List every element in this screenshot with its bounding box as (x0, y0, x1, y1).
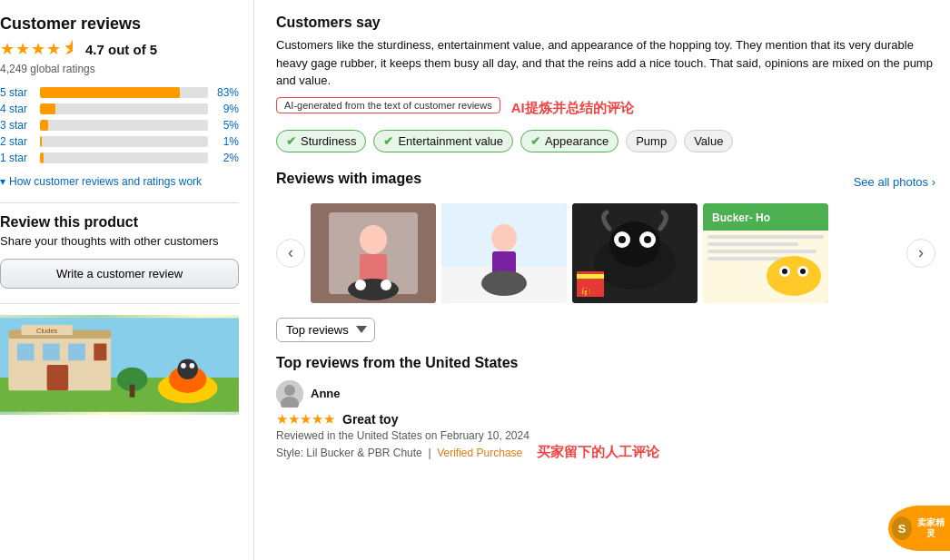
review-meta: Reviewed in the United States on Februar… (276, 429, 935, 442)
bar-label[interactable]: 2 star (0, 135, 35, 148)
review-image-1[interactable] (311, 203, 436, 303)
svg-text:Cludes: Cludes (36, 327, 58, 335)
star-5-half: ⯨ (62, 39, 78, 59)
topic-tag[interactable]: Pump (626, 130, 677, 152)
overall-stars: ★ ★ ★ ★ ⯨ (0, 39, 78, 59)
product-image: Cludes (0, 315, 239, 415)
seller-badge-icon: S (892, 516, 912, 540)
rev-star-1: ★ (276, 411, 288, 427)
svg-point-47 (767, 256, 821, 296)
top-reviews-title: Top reviews from the United States (276, 355, 935, 371)
see-all-photos-link[interactable]: See all photos › (854, 175, 935, 189)
svg-point-53 (284, 385, 295, 396)
svg-point-27 (491, 224, 517, 251)
svg-point-16 (181, 363, 186, 368)
tag-label: Entertainment value (398, 134, 503, 148)
review-image-3[interactable]: 🎁 (572, 203, 698, 303)
star-1: ★ (0, 39, 15, 59)
rating-value: 4.7 out of 5 (85, 42, 157, 57)
svg-point-50 (782, 269, 787, 274)
image-carousel: ‹ (276, 203, 935, 303)
review-image-2[interactable] (441, 203, 567, 303)
topic-tag[interactable]: ✔Appearance (520, 130, 618, 152)
bar-track (40, 103, 208, 114)
reviewer-row: Anne (276, 380, 935, 408)
star-3: ★ (31, 39, 45, 59)
review-img-1-svg (311, 203, 436, 303)
ai-label: AI提炼并总结的评论 (511, 100, 634, 117)
svg-point-35 (618, 236, 626, 243)
avatar-svg (276, 380, 303, 408)
tag-label: Sturdiness (301, 134, 356, 148)
bar-pct[interactable]: 9% (213, 103, 239, 115)
review-img-2-svg (441, 203, 567, 303)
rev-star-5: ★ (323, 411, 335, 427)
overall-rating-row: ★ ★ ★ ★ ⯨ 4.7 out of 5 (0, 39, 239, 59)
reviews-images-header: Reviews with images See all photos › (276, 171, 935, 194)
svg-rect-43 (708, 235, 824, 239)
carousel-next-button[interactable]: › (906, 239, 935, 268)
svg-rect-45 (708, 250, 816, 253)
svg-point-15 (177, 359, 198, 379)
tag-row: ✔Sturdiness✔Entertainment value✔Appearan… (276, 130, 935, 152)
topic-tag[interactable]: ✔Entertainment value (373, 130, 513, 152)
tag-label: Pump (636, 134, 667, 148)
review-title: Great toy (342, 412, 398, 427)
bar-pct[interactable]: 5% (213, 119, 239, 132)
review-stars-row: ★ ★ ★ ★ ★ Great toy (276, 411, 935, 427)
sort-select[interactable]: Top reviews Most recent (276, 318, 375, 342)
section-title: Customer reviews (0, 15, 239, 34)
svg-point-20 (360, 225, 387, 254)
product-scene-svg: Cludes (0, 315, 239, 415)
write-review-button[interactable]: Write a customer review (0, 259, 239, 289)
topic-tag[interactable]: Value (684, 130, 733, 152)
reviewer-avatar (276, 380, 303, 408)
rev-star-3: ★ (300, 411, 312, 427)
divider-1 (0, 202, 239, 203)
svg-point-24 (381, 280, 391, 290)
ai-row: AI-generated from the text of customer r… (276, 97, 935, 121)
review-product-sub: Share your thoughts with other customers (0, 234, 239, 248)
bar-label[interactable]: 3 star (0, 119, 35, 132)
rev-star-4: ★ (312, 411, 323, 427)
svg-text:Bucker- Ho: Bucker- Ho (712, 211, 770, 224)
svg-rect-5 (43, 344, 60, 361)
bar-label[interactable]: 5 star (0, 86, 35, 99)
tag-label: Appearance (545, 134, 609, 148)
carousel-prev-button[interactable]: ‹ (276, 239, 305, 268)
how-reviews-link[interactable]: ▾ How customer reviews and ratings work (0, 175, 239, 188)
bar-pct[interactable]: 1% (213, 135, 239, 148)
bar-pct[interactable]: 83% (213, 86, 239, 99)
rev-star-2: ★ (288, 411, 300, 427)
bar-row: 2 star 1% (0, 135, 239, 148)
tag-check-icon: ✔ (286, 134, 296, 148)
bar-pct[interactable]: 2% (213, 152, 239, 164)
carousel-images: 🎁 Bucker- Ho (311, 203, 901, 303)
reviews-images-title: Reviews with images (276, 171, 421, 187)
right-panel: Customers say Customers like the sturdin… (254, 0, 950, 560)
bar-row: 1 star 2% (0, 152, 239, 164)
svg-point-22 (348, 279, 399, 300)
bar-fill (40, 152, 44, 163)
tag-check-icon: ✔ (530, 134, 540, 148)
bar-fill (40, 87, 180, 98)
topic-tag[interactable]: ✔Sturdiness (276, 130, 366, 152)
review-img-3-svg: 🎁 (572, 203, 698, 303)
seller-badge[interactable]: S 卖家精灵 (888, 506, 950, 551)
bar-label[interactable]: 4 star (0, 103, 35, 115)
review-product-title: Review this product (0, 214, 239, 231)
bar-fill (40, 103, 55, 114)
customers-say-text: Customers like the sturdiness, entertain… (276, 36, 935, 90)
bar-label[interactable]: 1 star (0, 152, 35, 164)
svg-point-29 (481, 270, 527, 296)
bar-row: 3 star 5% (0, 119, 239, 132)
review-image-4[interactable]: Bucker- Ho (703, 203, 828, 303)
customers-say-title: Customers say (276, 15, 935, 31)
tag-check-icon: ✔ (383, 134, 393, 148)
svg-point-51 (800, 269, 806, 274)
seller-badge-text: 卖家精灵 (915, 517, 946, 539)
review-img-4-svg: Bucker- Ho (703, 203, 828, 303)
review-stars: ★ ★ ★ ★ ★ (276, 411, 335, 427)
svg-rect-46 (708, 257, 789, 260)
global-ratings: 4,249 global ratings (0, 63, 239, 75)
